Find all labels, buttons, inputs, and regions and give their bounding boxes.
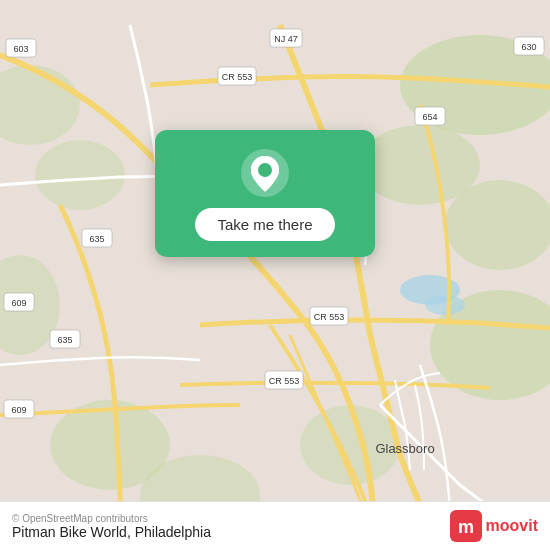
copyright-text: © OpenStreetMap contributors xyxy=(12,513,211,524)
svg-text:609: 609 xyxy=(11,298,26,308)
svg-text:CR 553: CR 553 xyxy=(269,376,300,386)
svg-text:635: 635 xyxy=(57,335,72,345)
moovit-text: moovit xyxy=(486,517,538,535)
svg-text:654: 654 xyxy=(422,112,437,122)
popup-card: Take me there xyxy=(155,130,375,257)
svg-point-12 xyxy=(425,295,465,315)
bottom-left-info: © OpenStreetMap contributors Pitman Bike… xyxy=(12,513,211,540)
location-title: Pitman Bike World, Philadelphia xyxy=(12,524,211,540)
svg-text:609: 609 xyxy=(11,405,26,415)
moovit-logo: m moovit xyxy=(450,510,538,542)
svg-text:630: 630 xyxy=(521,42,536,52)
svg-point-3 xyxy=(445,180,550,270)
bottom-bar: © OpenStreetMap contributors Pitman Bike… xyxy=(0,501,550,550)
svg-text:603: 603 xyxy=(13,44,28,54)
svg-text:Glassboro: Glassboro xyxy=(375,441,434,456)
map-container: 603 NJ 47 630 CR 553 654 609 635 635 CR … xyxy=(0,0,550,550)
svg-text:CR 553: CR 553 xyxy=(222,72,253,82)
moovit-icon: m xyxy=(450,510,482,542)
map-background: 603 NJ 47 630 CR 553 654 609 635 635 CR … xyxy=(0,0,550,550)
svg-text:635: 635 xyxy=(89,234,104,244)
take-me-there-button[interactable]: Take me there xyxy=(195,208,334,241)
svg-text:NJ 47: NJ 47 xyxy=(274,34,298,44)
svg-point-38 xyxy=(258,163,272,177)
svg-text:CR 553: CR 553 xyxy=(314,312,345,322)
svg-point-6 xyxy=(35,140,125,210)
location-pin-icon xyxy=(240,148,290,198)
svg-text:m: m xyxy=(458,517,474,537)
